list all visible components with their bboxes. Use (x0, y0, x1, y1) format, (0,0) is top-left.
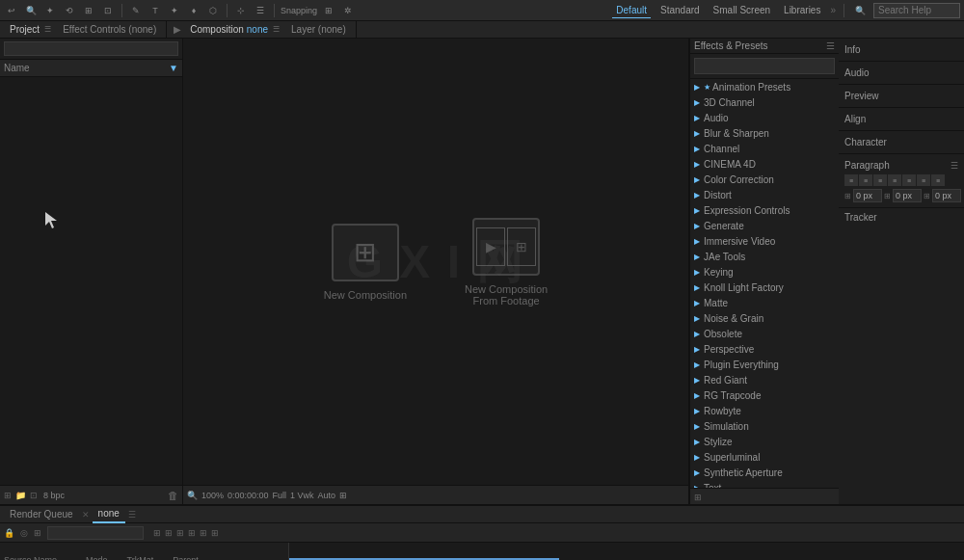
tl-ctrl-2[interactable]: ⊞ (165, 528, 173, 538)
effect-matte[interactable]: ▶ Matte (690, 295, 839, 310)
para-align-justify2[interactable]: ≡ (902, 174, 916, 186)
effect-distort[interactable]: ▶ Distort (690, 187, 839, 202)
toolbar-icon-snap[interactable]: ⊞ (321, 3, 336, 18)
tl-icon-2[interactable]: ◎ (20, 528, 28, 538)
paragraph-menu[interactable]: ☰ (951, 161, 958, 171)
para-align-justify4[interactable]: ≡ (931, 174, 945, 186)
effect-rowbyte[interactable]: ▶ Rowbyte (690, 403, 839, 418)
effect-simulation[interactable]: ▶ Simulation (690, 418, 839, 434)
effect-immersive-video[interactable]: ▶ Immersive Video (690, 233, 839, 249)
effect-knoll[interactable]: ▶ Knoll Light Factory (690, 280, 839, 295)
project-menu-icon[interactable]: ☰ (44, 25, 51, 34)
tab-render-queue[interactable]: Render Queue (4, 506, 79, 523)
tab-project[interactable]: Project ☰ (4, 21, 57, 39)
preview-title[interactable]: Preview (844, 89, 958, 103)
paragraph-title[interactable]: Paragraph (844, 158, 890, 173)
tl-ctrl-3[interactable]: ⊞ (176, 528, 184, 538)
tl-icon-1[interactable]: 🔒 (4, 528, 14, 538)
tl-ctrl-6[interactable]: ⊞ (211, 528, 219, 538)
toolbar-icon-9[interactable]: ✦ (167, 3, 182, 18)
workspace-small-screen[interactable]: Small Screen (710, 3, 774, 17)
project-search-input[interactable] (4, 41, 178, 56)
para-align-right[interactable]: ≡ (873, 174, 887, 186)
new-composition-button[interactable]: ⊞ New Composition (324, 224, 407, 301)
effect-noise-grain[interactable]: ▶ Noise & Grain (690, 310, 839, 326)
search-icon[interactable]: 🔍 (852, 3, 868, 18)
timeline-tab-close[interactable]: ✕ (79, 510, 93, 520)
toolbar-icon-1[interactable]: ↩ (4, 3, 19, 18)
toolbar-icon-4[interactable]: ⟲ (62, 3, 77, 18)
workspace-standard[interactable]: Standard (656, 3, 704, 17)
search-area[interactable] (873, 3, 960, 18)
toolbar-icon-5[interactable]: ⊞ (81, 3, 96, 18)
toolbar-icon-7[interactable]: ✎ (128, 3, 144, 18)
effect-expression-controls[interactable]: ▶ Expression Controls (690, 202, 839, 218)
tracker-title[interactable]: Tracker (844, 212, 958, 223)
effect-perspective[interactable]: ▶ Perspective (690, 341, 839, 357)
search-input[interactable] (878, 5, 955, 15)
tab-layer[interactable]: Layer (none) (285, 21, 352, 39)
effect-obsolete[interactable]: ▶ Obsolete (690, 326, 839, 341)
effects-search-input[interactable] (694, 58, 835, 74)
workspace-default[interactable]: Default (612, 3, 651, 18)
timeline-tab-menu[interactable]: ☰ (125, 510, 139, 520)
toolbar-icon-14[interactable]: ✲ (340, 3, 356, 18)
tab-composition[interactable]: Composition none ☰ (184, 21, 285, 39)
footer-view[interactable]: 1 Vwk (290, 491, 314, 500)
footer-icon-1[interactable]: ⊞ (4, 491, 12, 500)
footer-percent[interactable]: 100% (201, 491, 224, 500)
toolbar-icon-10[interactable]: ♦ (186, 3, 201, 18)
footer-quality[interactable]: Full (273, 491, 287, 500)
toolbar-icon-6[interactable]: ⊡ (100, 3, 116, 18)
effect-rg-trapcode[interactable]: ▶ RG Trapcode (690, 387, 839, 403)
effect-red-giant[interactable]: ▶ Red Giant (690, 372, 839, 387)
tl-ctrl-5[interactable]: ⊞ (200, 528, 207, 538)
para-input-2[interactable]: 0 px (893, 189, 922, 202)
effect-superluminal[interactable]: ▶ Superluminal (690, 449, 839, 465)
effect-text[interactable]: ▶ Text (690, 480, 839, 488)
workspace-more[interactable]: » (830, 5, 836, 15)
para-align-justify3[interactable]: ≡ (917, 174, 930, 186)
tab-none-timeline[interactable]: none (93, 506, 125, 523)
effect-stylize[interactable]: ▶ Stylize (690, 434, 839, 449)
effect-audio[interactable]: ▶ Audio (690, 110, 839, 125)
effect-generate[interactable]: ▶ Generate (690, 218, 839, 233)
character-title[interactable]: Character (844, 135, 958, 149)
toolbar-icon-2[interactable]: 🔍 (23, 3, 39, 18)
toolbar-icon-12[interactable]: ⊹ (233, 3, 249, 18)
tl-icon-3[interactable]: ⊞ (34, 528, 41, 538)
effect-cinema4d[interactable]: ▶ CINEMA 4D (690, 156, 839, 172)
tl-ctrl-4[interactable]: ⊞ (188, 528, 196, 538)
tl-ctrl-1[interactable]: ⊞ (153, 528, 161, 538)
footer-icon-3[interactable]: ⊡ (30, 491, 38, 500)
footer-icon-2[interactable]: 📁 (15, 491, 26, 500)
effect-color-correction[interactable]: ▶ Color Correction (690, 172, 839, 187)
toolbar-icon-11[interactable]: ⬡ (205, 3, 221, 18)
workspace-libraries[interactable]: Libraries (780, 3, 824, 17)
footer-magnify[interactable]: 🔍 (187, 491, 198, 500)
comp-menu-icon[interactable]: ☰ (273, 25, 280, 34)
info-title[interactable]: Info (844, 42, 958, 57)
para-align-justify[interactable]: ≡ (888, 174, 901, 186)
toolbar-icon-8[interactable]: T (147, 3, 163, 18)
effect-blur-sharpen[interactable]: ▶ Blur & Sharpen (690, 125, 839, 141)
timeline-search-input[interactable] (47, 526, 144, 540)
footer-trash-icon[interactable]: 🗑 (168, 490, 178, 501)
effect-jae-tools[interactable]: ▶ JAe Tools (690, 249, 839, 264)
audio-title[interactable]: Audio (844, 66, 958, 80)
footer-expand[interactable]: ⊞ (339, 491, 347, 500)
toolbar-icon-13[interactable]: ☰ (253, 3, 268, 18)
effects-expand-icon[interactable]: ⊞ (694, 493, 702, 502)
para-align-center[interactable]: ≡ (859, 174, 872, 186)
tab-effect-controls[interactable]: Effect Controls (none) (57, 21, 162, 39)
effect-3d-channel[interactable]: ▶ 3D Channel (690, 94, 839, 110)
effect-animation-presets[interactable]: ▶ ★ Animation Presets (690, 79, 839, 94)
project-dropdown-arrow[interactable]: ▼ (169, 63, 178, 73)
effect-keying[interactable]: ▶ Keying (690, 264, 839, 280)
effect-synthetic-aperture[interactable]: ▶ Synthetic Aperture (690, 465, 839, 480)
effects-menu-icon[interactable]: ☰ (826, 40, 835, 51)
effect-plugin-everything[interactable]: ▶ Plugin Everything (690, 357, 839, 372)
align-title[interactable]: Align (844, 112, 958, 126)
para-input-1[interactable]: 0 px (853, 189, 882, 202)
footer-auto[interactable]: Auto (318, 491, 336, 500)
